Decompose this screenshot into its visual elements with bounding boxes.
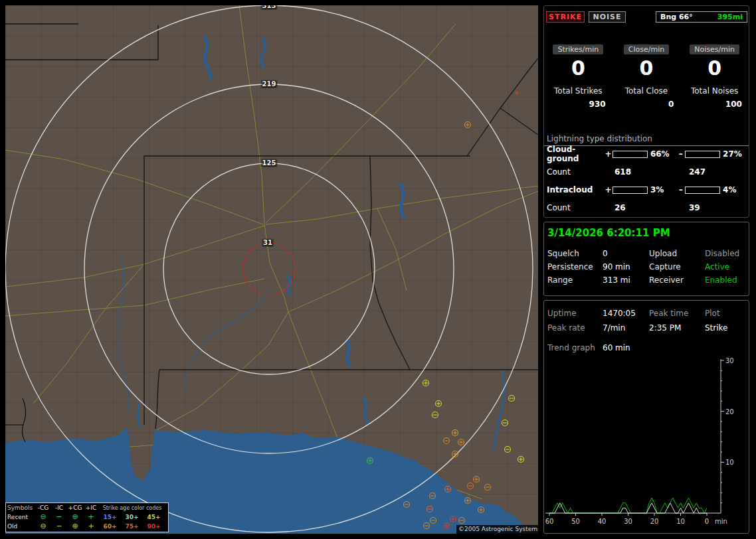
copyright-text: ©2005 Astrogenic Systems xyxy=(456,525,538,534)
trend-x-tick-label: 10 xyxy=(676,518,685,525)
legend-cell: − xyxy=(51,522,67,530)
trend-graph-window: 60 min xyxy=(603,343,649,352)
bearing-range: 395mi xyxy=(717,13,743,21)
panel-status: 3/14/2026 6:20:11 PM Squelch 0 Upload Di… xyxy=(543,222,749,296)
strike-button[interactable]: STRIKE xyxy=(546,11,585,23)
trend-x-tick-label: 50 xyxy=(571,518,580,525)
close-per-min-value: 0 xyxy=(613,57,681,80)
cg-minus-count: 247 xyxy=(689,167,706,177)
intracloud-count-row: Count 26 39 xyxy=(544,203,749,212)
capture-value: Active xyxy=(705,262,729,271)
bearing-display: Bng 66° 395mi xyxy=(656,11,747,23)
trend-y-tick-label: 20 xyxy=(725,408,734,416)
plot-label: Plot xyxy=(705,309,720,318)
rate-counters: Strikes/min 0 Total Strikes 930 Close/mi… xyxy=(544,42,749,109)
panel-trend: Uptime 1470:05 Peak time Plot Peak rate … xyxy=(543,300,749,534)
uptime-value: 1470:05 xyxy=(603,309,649,318)
cg-minus-bar xyxy=(685,151,720,158)
count-label: Count xyxy=(544,167,614,177)
total-strikes-label: Total Strikes xyxy=(544,86,613,96)
legend-row-old: Old⊖−⊕+60+75+90+ xyxy=(6,522,168,531)
range-ring-label-125: 125 xyxy=(261,159,278,167)
cloud-ground-label: Cloud-ground xyxy=(544,145,604,163)
cg-plus-count: 618 xyxy=(614,167,689,177)
squelch-label: Squelch xyxy=(544,249,603,258)
receiver-label: Receiver xyxy=(649,275,705,285)
bearing-label: Bng 66° xyxy=(660,13,693,21)
trend-graph-label: Trend graph xyxy=(544,343,603,352)
stats-row: Uptime 1470:05 Peak time Plot xyxy=(544,309,749,318)
upload-label: Upload xyxy=(649,249,705,258)
trend-series-noises xyxy=(549,498,707,513)
minus-sign: – xyxy=(676,185,686,194)
legend-cell: 60+ xyxy=(99,523,121,530)
cg-plus-pct: 66% xyxy=(648,149,676,159)
trend-x-unit: min xyxy=(715,518,727,525)
legend-cell: -CG xyxy=(35,504,51,511)
map-view[interactable]: 313 219 125 31 Symbols-CG-IC+CG+ICStrike… xyxy=(5,5,538,534)
legend-header-row: Symbols-CG-IC+CG+ICStrike age color code… xyxy=(6,503,168,512)
total-strikes-value: 930 xyxy=(544,100,613,109)
plus-sign: + xyxy=(604,149,613,159)
noises-per-min-label: Noises/min xyxy=(690,44,739,54)
legend-row-recent: Recent⊖−⊕+15+30+45+ xyxy=(6,512,168,522)
trend-x-tick-label: 20 xyxy=(650,518,659,525)
persistence-value: 90 min xyxy=(603,262,649,271)
total-close-label: Total Close xyxy=(613,86,681,96)
map-legend: Symbols-CG-IC+CG+ICStrike age color code… xyxy=(5,502,169,532)
ic-minus-count: 39 xyxy=(689,203,700,212)
peak-rate-value: 7/min xyxy=(603,323,649,333)
cloud-ground-count-row: Count 618 247 xyxy=(544,167,749,177)
distribution-row-cloud-ground: Cloud-ground + 66% – 27% xyxy=(544,149,749,159)
trend-graph: 6050403020100min302010 xyxy=(544,355,750,533)
range-value: 313 mi xyxy=(603,275,649,285)
trend-x-tick-label: 60 xyxy=(545,518,554,525)
distribution-title: Lightning type distribution xyxy=(547,134,652,143)
legend-cell: -IC xyxy=(51,504,67,511)
peak-time-label: Peak time xyxy=(649,309,705,318)
legend-cell: ⊖ xyxy=(35,513,51,521)
counter-strikes: Strikes/min 0 Total Strikes 930 xyxy=(544,42,613,109)
legend-cell: + xyxy=(83,513,99,521)
legend-cell: 90+ xyxy=(143,523,165,530)
stats-row: Peak rate 7/min 2:35 PM Strike xyxy=(544,323,749,333)
legend-cell: Strike age color codes xyxy=(99,505,165,511)
minus-sign: – xyxy=(676,149,686,159)
close-per-min-label: Close/min xyxy=(624,44,669,54)
legend-cell: ⊕ xyxy=(67,513,83,521)
trend-y-tick-label: 10 xyxy=(725,459,734,466)
trend-x-tick-label: 30 xyxy=(624,518,632,525)
legend-cell: Old xyxy=(6,523,35,530)
legend-cell: 30+ xyxy=(121,514,143,520)
legend-cell: Recent xyxy=(6,514,35,520)
legend-cell: ⊖ xyxy=(35,522,51,530)
counter-noises: Noises/min 0 Total Noises 100 xyxy=(680,42,749,109)
total-close-value: 0 xyxy=(613,100,681,109)
clock-timestamp: 3/14/2026 6:20:11 PM xyxy=(547,227,670,239)
legend-cell: Symbols xyxy=(6,504,35,511)
trend-x-tick-label: 40 xyxy=(598,518,607,525)
sidebar: STRIKE NOISE Bng 66° 395mi Strikes/min 0… xyxy=(543,5,751,534)
total-noises-label: Total Noises xyxy=(680,86,749,96)
legend-cell: − xyxy=(51,513,67,521)
total-noises-value: 100 xyxy=(680,100,749,109)
range-ring-label-31: 31 xyxy=(262,239,274,247)
ic-plus-count: 26 xyxy=(614,203,689,212)
trend-x-tick-label: 0 xyxy=(705,518,709,525)
ic-minus-pct: 4% xyxy=(720,185,749,194)
legend-cell: + xyxy=(83,522,99,530)
noise-button[interactable]: NOISE xyxy=(589,11,626,23)
trend-y-tick-label: 30 xyxy=(725,357,734,364)
legend-cell: +CG xyxy=(67,504,83,511)
stats-row: Trend graph 60 min xyxy=(544,343,749,352)
app-window: 313 219 125 31 Symbols-CG-IC+CG+ICStrike… xyxy=(0,0,756,539)
legend-cell: ⊕ xyxy=(67,522,83,530)
range-label: Range xyxy=(544,275,603,285)
intracloud-label: Intracloud xyxy=(544,185,604,194)
capture-label: Capture xyxy=(649,262,705,271)
strikes-per-min-label: Strikes/min xyxy=(553,44,603,54)
legend-cell: +IC xyxy=(83,504,99,511)
legend-cell: 75+ xyxy=(121,523,143,530)
cg-plus-bar xyxy=(613,151,648,158)
noises-per-min-value: 0 xyxy=(680,57,749,80)
